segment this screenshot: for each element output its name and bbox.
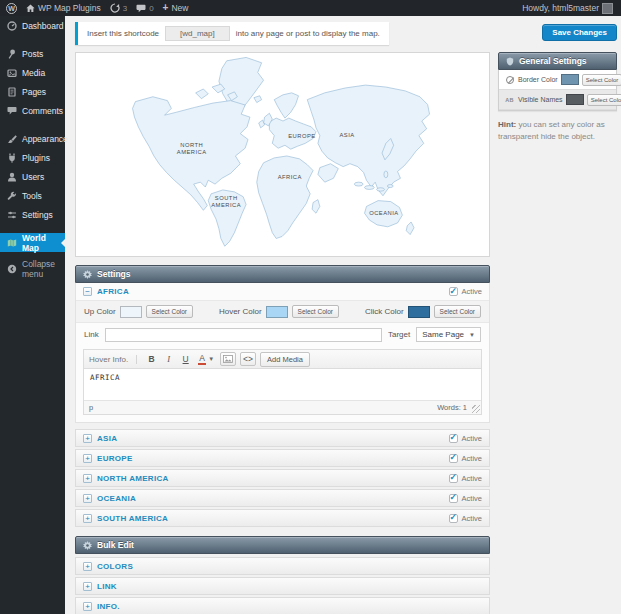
sidebar-item-appearance[interactable]: Appearance (0, 129, 65, 148)
my-account-menu[interactable]: Howdy, html5master (522, 3, 613, 14)
sidebar-item-dashboard[interactable]: Dashboard (0, 16, 65, 35)
italic-button[interactable]: I (162, 352, 175, 366)
click-color-select-button[interactable]: Select Color (434, 305, 481, 318)
sidebar-item-settings[interactable]: Settings (0, 205, 65, 224)
bulk-colors-header[interactable]: + COLORS (75, 557, 490, 575)
editor-content[interactable]: AFRICA (84, 369, 481, 400)
admin-bar: W WP Map Plugins 3 0 + New Howdy, html5m… (0, 0, 621, 16)
label-south-america: AMERICA (211, 202, 241, 208)
active-checkbox[interactable] (449, 434, 458, 443)
region-arabia[interactable] (318, 164, 338, 182)
section-south-america-header[interactable]: + SOUTH AMERICA Active (75, 509, 490, 527)
sidebar-item-plugins[interactable]: Plugins (0, 148, 65, 167)
sidebar-label: World Map (22, 233, 65, 253)
region-new-zealand[interactable] (406, 222, 414, 235)
visible-names-swatch[interactable] (566, 94, 584, 105)
active-checkbox[interactable] (449, 454, 458, 463)
bulk-info-header[interactable]: + INFO. (75, 597, 490, 614)
region-africa[interactable] (257, 156, 313, 239)
active-label: Active (462, 474, 482, 483)
add-media-button[interactable]: Add Media (260, 352, 310, 367)
region-arctic-island[interactable] (196, 89, 209, 99)
bulk-edit-title: Bulk Edit (97, 540, 134, 550)
media-icon (7, 68, 17, 78)
region-philippines[interactable] (384, 171, 388, 178)
region-scandinavia[interactable] (274, 93, 298, 118)
section-oceania-header[interactable]: + OCEANIA Active (75, 489, 490, 507)
section-europe-header[interactable]: + EUROPE Active (75, 449, 490, 467)
sidebar-item-world-map[interactable]: World Map (0, 233, 65, 252)
sidebar-item-pages[interactable]: Pages (0, 82, 65, 101)
link-label: Link (84, 330, 99, 339)
sidebar-separator (0, 120, 65, 129)
up-color-swatch[interactable] (120, 306, 142, 318)
border-color-select-button[interactable]: Select Color (582, 74, 621, 86)
expand-plus-icon[interactable]: + (83, 582, 92, 591)
bold-button[interactable]: B (145, 352, 158, 366)
bulk-link-header[interactable]: + LINK (75, 577, 490, 595)
updates-menu[interactable]: 3 (110, 3, 127, 13)
collapse-minus-icon[interactable]: − (83, 287, 92, 296)
expand-plus-icon[interactable]: + (83, 602, 92, 611)
sidebar-item-posts[interactable]: Posts (0, 44, 65, 63)
resize-grip[interactable] (472, 405, 480, 413)
target-select[interactable]: Same Page ▼ (416, 327, 481, 342)
region-indonesia[interactable] (377, 188, 385, 191)
expand-plus-icon[interactable]: + (83, 514, 92, 523)
region-iceland[interactable] (254, 96, 262, 103)
sidebar-item-comments[interactable]: Comments (0, 101, 65, 120)
content-columns: NORTH AMERICA SOUTH AMERICA EUROPE AFRIC… (75, 52, 617, 614)
settings-panel: Settings − AFRICA Active (75, 265, 490, 527)
active-checkbox[interactable] (449, 494, 458, 503)
sidebar-item-collapse-menu[interactable]: Collapse menu (0, 259, 65, 278)
insert-image-button[interactable] (220, 352, 236, 366)
shortcode-value[interactable]: [wd_map] (165, 26, 230, 41)
hover-color-group: Hover Color Select Color (219, 305, 339, 318)
border-color-swatch[interactable] (561, 74, 579, 85)
side-column: General Settings Border Color Select Col… (498, 52, 617, 144)
underline-button[interactable]: U (179, 352, 192, 366)
site-name-link[interactable]: WP Map Plugins (26, 3, 101, 13)
save-changes-button[interactable]: Save Changes (542, 24, 617, 41)
sidebar-item-tools[interactable]: Tools (0, 186, 65, 205)
region-indonesia[interactable] (365, 186, 375, 190)
active-label: Active (462, 434, 482, 443)
active-checkbox[interactable] (449, 514, 458, 523)
border-color-label: Border Color (518, 76, 558, 83)
sidebar-item-media[interactable]: Media (0, 63, 65, 82)
plus-icon: + (163, 4, 169, 12)
active-checkbox[interactable] (449, 474, 458, 483)
text-color-button[interactable]: A ▼ (196, 352, 216, 366)
bulk-link-label: LINK (97, 582, 117, 591)
link-input[interactable] (105, 328, 382, 342)
expand-plus-icon[interactable]: + (83, 494, 92, 503)
new-content-menu[interactable]: + New (163, 3, 189, 13)
africa-link-row: Link Target Same Page ▼ (76, 323, 489, 346)
comments-menu[interactable]: 0 (136, 4, 153, 13)
expand-plus-icon[interactable]: + (83, 434, 92, 443)
click-color-swatch[interactable] (408, 306, 430, 318)
sidebar-item-users[interactable]: Users (0, 167, 65, 186)
hover-color-swatch[interactable] (266, 306, 288, 318)
hover-color-select-button[interactable]: Select Color (292, 305, 339, 318)
gear-icon (83, 541, 92, 550)
wp-logo-menu[interactable]: W (6, 3, 17, 14)
main-content: Insert this shortcode [wd_map] into any … (65, 16, 621, 614)
expand-plus-icon[interactable]: + (83, 474, 92, 483)
hint-text: Hint: you can set any color as transpare… (498, 119, 617, 144)
region-indonesia[interactable] (387, 185, 393, 188)
up-color-select-button[interactable]: Select Color (146, 305, 193, 318)
region-madagascar[interactable] (312, 200, 320, 214)
sidebar-label: Media (22, 68, 45, 78)
click-color-label: Click Color (365, 307, 404, 316)
expand-plus-icon[interactable]: + (83, 454, 92, 463)
expand-plus-icon[interactable]: + (83, 562, 92, 571)
world-map-icon (7, 238, 17, 248)
section-asia-header[interactable]: + ASIA Active (75, 429, 490, 447)
visible-names-select-button[interactable]: Select Color (587, 94, 621, 106)
section-africa-header[interactable]: − AFRICA Active (76, 283, 489, 300)
active-checkbox[interactable] (449, 287, 458, 296)
code-button[interactable]: <> (240, 352, 256, 366)
region-indonesia[interactable] (354, 182, 363, 186)
section-north-america-header[interactable]: + NORTH AMERICA Active (75, 469, 490, 487)
